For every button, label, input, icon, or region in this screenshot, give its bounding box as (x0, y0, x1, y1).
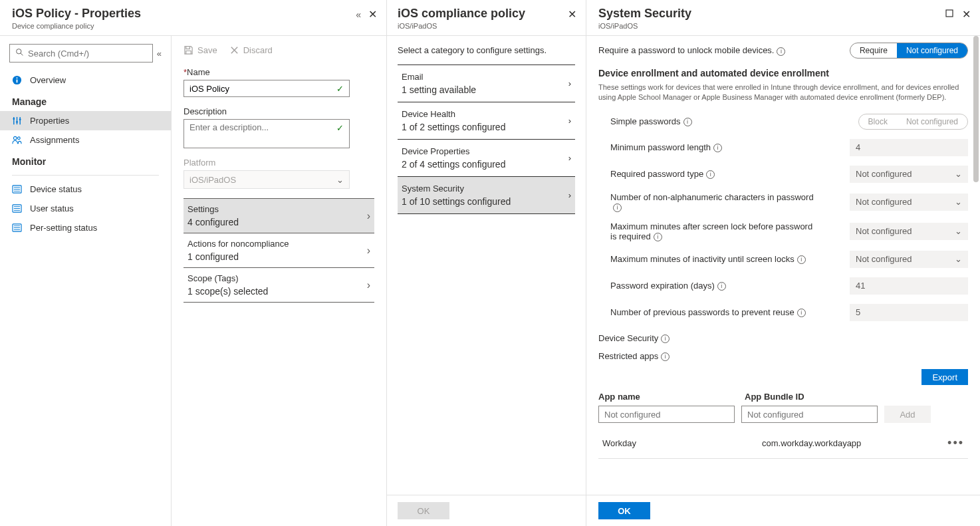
chevron-right-icon: › (367, 210, 370, 222)
chevron-down-icon: ⌄ (955, 197, 962, 207)
collapse-icon[interactable]: « (356, 9, 361, 20)
panel1-subtitle: Device compliance policy (12, 22, 374, 30)
add-button[interactable]: Add (884, 406, 931, 423)
svg-point-9 (16, 121, 18, 123)
max-inactivity-select: Not configured⌄ (850, 251, 968, 268)
row-sub: 1 scope(s) selected (187, 286, 268, 297)
svg-point-8 (13, 118, 15, 120)
cat-title: Device Properties (402, 146, 505, 156)
nav-device-status[interactable]: Device status (0, 180, 171, 199)
system-security-panel: System Security iOS/iPadOS ✕ Require a p… (586, 0, 980, 526)
app-row-name: Workday (602, 438, 762, 448)
category-email[interactable]: Email 1 setting available › (398, 65, 575, 102)
checkmark-icon: ✓ (336, 84, 344, 94)
chevron-down-icon: ⌄ (336, 175, 344, 185)
info-icon[interactable]: i (777, 47, 785, 56)
description-label: Description (184, 106, 374, 116)
search-box[interactable] (9, 44, 153, 63)
chevron-down-icon: ⌄ (955, 169, 962, 179)
max-after-lock-select: Not configured⌄ (850, 223, 968, 240)
tool-label: Discard (243, 45, 273, 55)
restricted-apps-table: App name App Bundle ID Add Workday com.w… (598, 392, 968, 459)
list-icon (12, 203, 22, 213)
ok-button[interactable]: OK (398, 502, 449, 519)
non-alpha-label: Number of non-alphanumeric characters in… (610, 192, 816, 212)
info-icon[interactable]: i (654, 233, 662, 241)
chevron-right-icon: › (367, 279, 370, 291)
category-device-properties[interactable]: Device Properties 2 of 4 settings config… (398, 139, 575, 176)
info-icon[interactable]: i (706, 170, 715, 179)
discard-button[interactable]: Discard (229, 45, 273, 55)
pill-block: Block (859, 114, 897, 129)
enrollment-description: These settings work for devices that wer… (598, 82, 968, 103)
info-icon[interactable]: i (683, 118, 692, 126)
panel3-title: System Security (598, 7, 968, 21)
panel3-subtitle: iOS/iPadOS (598, 22, 968, 30)
nav-overview[interactable]: Overview (0, 70, 171, 90)
list-icon (12, 223, 22, 233)
platform-select: iOS/iPadOS ⌄ (184, 170, 350, 189)
search-input[interactable] (28, 49, 147, 59)
save-button[interactable]: Save (184, 45, 217, 55)
close-icon[interactable]: ✕ (568, 8, 576, 21)
export-button[interactable]: Export (921, 369, 968, 385)
panel2-title: iOS compliance policy (398, 7, 575, 21)
info-icon[interactable]: i (717, 282, 726, 291)
actions-row[interactable]: Actions for noncompliance 1 configured › (184, 233, 374, 267)
close-icon[interactable]: ✕ (368, 8, 377, 21)
expiration-input[interactable] (850, 277, 968, 295)
category-device-health[interactable]: Device Health 1 of 2 settings configured… (398, 102, 575, 139)
prev-passwords-input[interactable] (850, 304, 968, 321)
info-icon[interactable]: i (661, 352, 670, 361)
category-system-security[interactable]: System Security 1 of 10 settings configu… (398, 176, 575, 214)
app-name-header: App name (598, 392, 745, 402)
app-row-bundle: com.workday.workdayapp (762, 438, 947, 448)
info-icon[interactable]: i (613, 203, 622, 212)
properties-panel: iOS Policy - Properties Device complianc… (0, 0, 387, 526)
bundle-id-input[interactable] (741, 406, 878, 423)
cat-sub: 1 of 10 settings configured (402, 196, 511, 207)
close-icon[interactable]: ✕ (962, 8, 971, 21)
chevron-right-icon: › (568, 190, 571, 200)
maximize-icon[interactable] (945, 9, 953, 19)
pill-not-configured[interactable]: Not configured (897, 43, 967, 58)
pill-require[interactable]: Require (850, 43, 897, 58)
info-icon[interactable]: i (797, 255, 806, 264)
panel3-header: System Security iOS/iPadOS ✕ (586, 0, 980, 36)
description-input[interactable] (189, 122, 344, 145)
info-icon[interactable]: i (713, 144, 722, 152)
prev-passwords-label: Number of previous passwords to prevent … (610, 307, 806, 317)
info-icon[interactable]: i (797, 309, 806, 317)
min-length-input[interactable] (850, 139, 968, 156)
app-name-input[interactable] (598, 406, 735, 423)
device-security-heading: Device Securityi (598, 333, 968, 343)
svg-point-0 (17, 49, 21, 54)
nav-assignments[interactable]: Assignments (0, 130, 171, 150)
save-icon (184, 45, 193, 55)
require-password-toggle[interactable]: Require Not configured (850, 43, 968, 59)
people-icon (12, 135, 22, 145)
max-inactivity-label: Maximum minutes of inactivity until scre… (610, 254, 806, 264)
panel2-subtitle: iOS/iPadOS (398, 22, 575, 30)
nav-properties[interactable]: Properties (0, 111, 171, 130)
cat-sub: 1 setting available (402, 84, 476, 95)
settings-row[interactable]: Settings 4 configured › (184, 198, 374, 233)
name-input[interactable] (189, 84, 344, 94)
nav-label: Properties (30, 116, 69, 126)
platform-value: iOS/iPadOS (189, 175, 236, 185)
nav-per-setting-status[interactable]: Per-setting status (0, 218, 171, 237)
info-icon[interactable]: i (661, 334, 670, 343)
ok-button[interactable]: OK (598, 502, 650, 519)
scope-row[interactable]: Scope (Tags) 1 scope(s) selected › (184, 267, 374, 303)
panel1-header: iOS Policy - Properties Device complianc… (0, 0, 386, 36)
required-type-label: Required password typei (610, 169, 715, 179)
sidebar: « Overview Manage Properties Assignments… (0, 36, 172, 526)
chevron-right-icon: › (568, 153, 571, 163)
bundle-id-header: App Bundle ID (745, 392, 891, 402)
more-icon[interactable]: ••• (947, 436, 964, 450)
sidebar-collapse-icon[interactable]: « (157, 49, 162, 59)
row-sub: 1 configured (187, 251, 289, 262)
scrollbar[interactable] (973, 36, 979, 182)
nav-user-status[interactable]: User status (0, 199, 171, 218)
name-label: Name (187, 67, 210, 77)
